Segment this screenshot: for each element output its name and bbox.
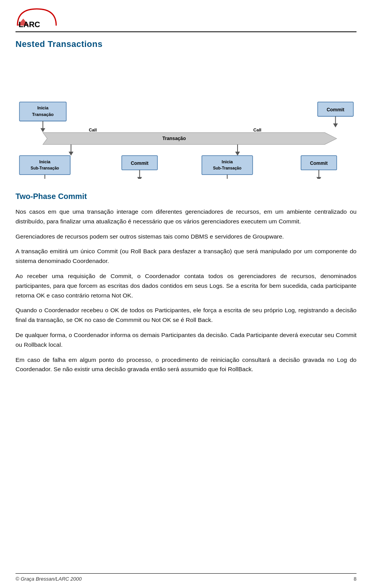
- svg-text:Commit: Commit: [327, 107, 344, 112]
- svg-rect-17: [19, 156, 70, 175]
- header: LARC: [16, 7, 356, 32]
- svg-marker-6: [40, 128, 45, 132]
- svg-marker-10: [333, 123, 338, 127]
- paragraph-4: Ao receber uma requisição de Commit, o C…: [16, 272, 356, 300]
- svg-text:Call: Call: [89, 128, 97, 132]
- svg-text:Transação: Transação: [32, 112, 54, 117]
- footer: © Graça Bressan/LARC 2000 8: [16, 573, 356, 582]
- paragraph-3: A transação emitirá um único Commit (ou …: [16, 247, 356, 266]
- logo-area: LARC: [16, 7, 58, 28]
- svg-marker-16: [69, 152, 73, 156]
- two-phase-commit-title: Two-Phase Commit: [16, 192, 356, 201]
- paragraph-1: Nos casos em que uma transação interage …: [16, 207, 356, 227]
- paragraph-2: Gerenciadores de recursos podem ser outr…: [16, 232, 356, 242]
- svg-marker-29: [235, 152, 240, 156]
- page-wrapper: LARC Nested Transactions Inicia Transaçã…: [0, 0, 372, 588]
- svg-text:LARC: LARC: [19, 20, 40, 28]
- svg-marker-38: [317, 177, 321, 179]
- svg-text:Call: Call: [253, 128, 262, 132]
- paragraph-5: Quando o Coordenador recebeu o OK de tod…: [16, 306, 356, 325]
- svg-marker-25: [137, 177, 142, 179]
- page-title: Nested Transactions: [16, 39, 356, 49]
- larc-logo: LARC: [16, 7, 58, 28]
- svg-text:Inicia: Inicia: [39, 159, 51, 164]
- paragraph-6: De qualquer forma, o Coordenador informa…: [16, 330, 356, 350]
- svg-text:Transação: Transação: [162, 136, 186, 141]
- svg-marker-11: [43, 133, 337, 145]
- nested-transactions-diagram: Inicia Transação Commit Transação Call C…: [16, 59, 356, 179]
- svg-text:Sub-Transação: Sub-Transação: [213, 166, 241, 170]
- svg-rect-30: [202, 156, 253, 175]
- svg-text:Sub-Transação: Sub-Transação: [31, 166, 59, 170]
- paragraph-7: Em caso de falha em algum ponto do proce…: [16, 355, 356, 375]
- footer-page-number: 8: [354, 576, 356, 582]
- svg-text:Inicia: Inicia: [37, 105, 49, 110]
- svg-text:Commit: Commit: [131, 161, 148, 166]
- svg-text:Commit: Commit: [310, 161, 328, 166]
- svg-text:Inicia: Inicia: [222, 159, 233, 164]
- diagram-area: Inicia Transação Commit Transação Call C…: [16, 59, 356, 180]
- footer-copyright: © Graça Bressan/LARC 2000: [16, 576, 82, 582]
- svg-rect-2: [19, 102, 66, 121]
